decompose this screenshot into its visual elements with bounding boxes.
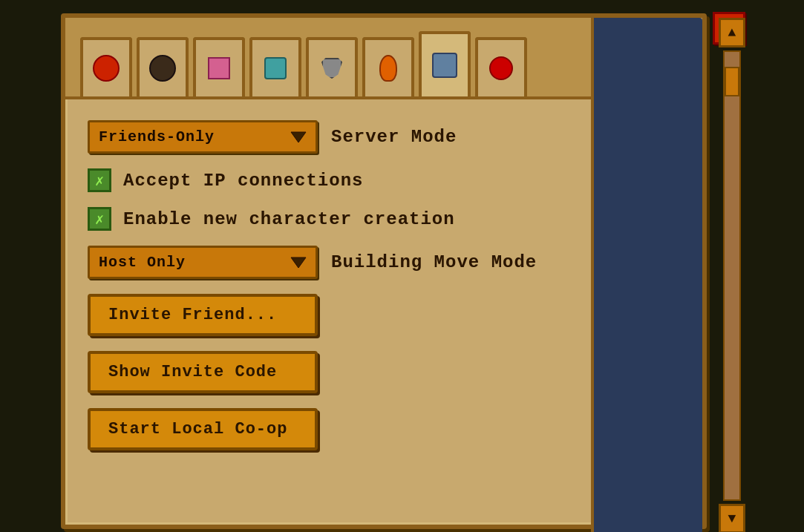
accept-ip-label: Accept IP connections [123, 171, 363, 191]
building-dropdown-arrow-icon [290, 256, 307, 269]
server-mode-value: Friends-Only [99, 128, 215, 145]
tab-skills[interactable] [80, 37, 132, 96]
tab-social[interactable] [362, 37, 414, 96]
server-mode-dropdown[interactable]: Friends-Only [88, 120, 318, 154]
quests-icon [260, 53, 291, 84]
new-character-checkmark: ✗ [95, 210, 104, 229]
invite-friend-button[interactable]: Invite Friend... [88, 294, 318, 336]
accept-ip-checkmark: ✗ [95, 171, 104, 190]
scroll-up-button[interactable]: ▲ [719, 18, 745, 47]
right-panel [591, 18, 702, 532]
start-local-coop-button[interactable]: Start Local Co-op [88, 408, 318, 450]
building-mode-dropdown[interactable]: Host Only [88, 246, 318, 279]
invite-friend-label: Invite Friend... [108, 306, 277, 324]
cancel-icon [486, 53, 517, 84]
tab-cancel[interactable] [475, 37, 527, 96]
building-mode-label: Building Move Mode [331, 252, 537, 272]
accept-ip-checkbox[interactable]: ✗ [88, 168, 111, 192]
scroll-up-icon: ▲ [728, 25, 736, 40]
tab-quests[interactable] [249, 37, 301, 96]
show-invite-code-label: Show Invite Code [108, 363, 277, 381]
building-mode-value: Host Only [99, 254, 186, 271]
svg-marker-0 [291, 132, 306, 142]
new-character-label: Enable new character creation [123, 209, 455, 229]
scroll-down-button[interactable]: ▼ [719, 504, 745, 532]
crafting-icon [316, 53, 347, 84]
game-background: X [0, 0, 804, 532]
server-mode-label: Server Mode [331, 127, 457, 147]
tab-crafting[interactable] [306, 37, 358, 96]
scrollbar: ▲ ▼ [717, 18, 747, 532]
show-invite-code-button[interactable]: Show Invite Code [88, 351, 318, 393]
skills-icon [91, 53, 122, 84]
dropdown-arrow-icon [290, 131, 307, 144]
new-character-checkbox[interactable]: ✗ [88, 207, 111, 231]
player-icon [147, 53, 178, 84]
svg-marker-1 [291, 257, 306, 268]
social-icon [373, 53, 404, 84]
start-local-coop-label: Start Local Co-op [108, 420, 287, 439]
health-icon [203, 53, 235, 84]
coop-icon [429, 50, 460, 81]
scroll-track [723, 50, 741, 501]
scroll-down-icon: ▼ [728, 511, 736, 526]
scroll-thumb[interactable] [725, 67, 739, 96]
tab-health[interactable] [193, 37, 245, 96]
tab-coop[interactable] [419, 31, 471, 96]
tab-player[interactable] [137, 37, 189, 96]
settings-panel: X [61, 13, 707, 529]
